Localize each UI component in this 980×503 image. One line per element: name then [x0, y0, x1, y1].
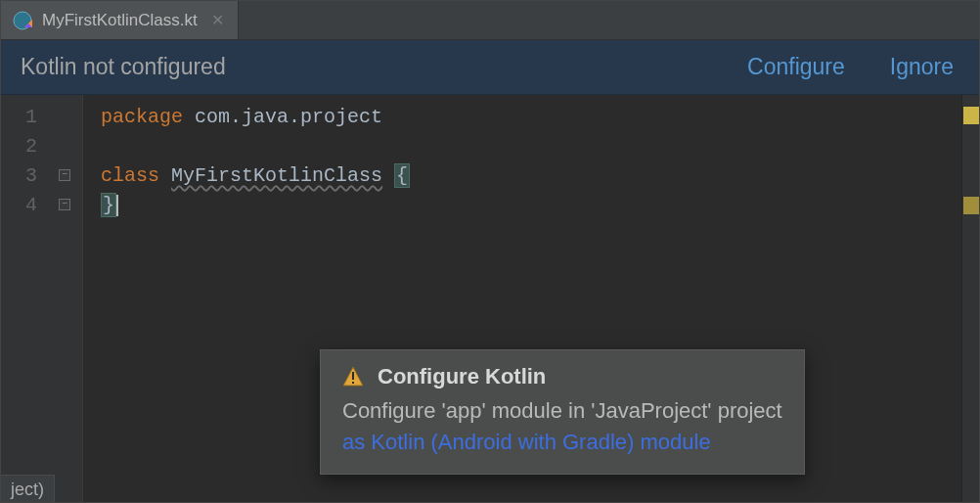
code-token: MyFirstKotlinClass [171, 164, 382, 187]
gutter: 1 2 3− 4− [1, 95, 83, 502]
popup-body-line: Configure 'app' module in 'JavaProject' … [342, 395, 782, 427]
close-icon[interactable]: ✕ [211, 11, 224, 29]
code-line [101, 132, 979, 161]
code-token [183, 106, 195, 128]
code-token [159, 164, 171, 187]
notification-banner: Kotlin not configured Configure Ignore [1, 40, 979, 95]
code-token: { [394, 163, 410, 188]
ignore-link[interactable]: Ignore [890, 54, 954, 80]
warning-marker-icon[interactable] [963, 107, 979, 124]
tab-myfirstkotlinclass[interactable]: MyFirstKotlinClass.kt ✕ [1, 1, 239, 39]
code-line: package com.java.project [101, 103, 979, 132]
code-token [382, 164, 394, 187]
line-number: 1 [25, 106, 37, 128]
fold-collapse-icon[interactable]: − [59, 199, 70, 210]
svg-rect-4 [352, 372, 354, 380]
code-line: } [101, 191, 979, 220]
warning-marker-icon[interactable] [963, 197, 979, 214]
code-token: package [101, 106, 183, 128]
popup-action-link[interactable]: as Kotlin (Android with Gradle) module [342, 427, 782, 458]
code-line: class MyFirstKotlinClass { [101, 161, 979, 191]
code-token: com.java.project [195, 106, 382, 128]
banner-message: Kotlin not configured [21, 54, 226, 80]
warning-icon [342, 366, 364, 388]
code-token: } [101, 193, 116, 217]
text-caret [116, 195, 118, 216]
marker-strip [961, 95, 979, 502]
fold-expand-icon[interactable]: − [59, 169, 70, 181]
popup-title: Configure Kotlin [378, 364, 546, 389]
tab-bar: MyFirstKotlinClass.kt ✕ [1, 1, 979, 40]
kotlin-file-icon [13, 11, 32, 30]
tab-label: MyFirstKotlinClass.kt [42, 11, 198, 30]
configure-link[interactable]: Configure [747, 54, 845, 80]
status-bar-fragment: ject) [1, 475, 55, 503]
line-number: 2 [25, 135, 37, 158]
svg-rect-5 [352, 382, 354, 384]
intention-popup[interactable]: Configure Kotlin Configure 'app' module … [320, 349, 805, 475]
line-number: 3 [25, 164, 37, 187]
code-token: class [101, 164, 159, 187]
line-number: 4 [25, 194, 37, 216]
